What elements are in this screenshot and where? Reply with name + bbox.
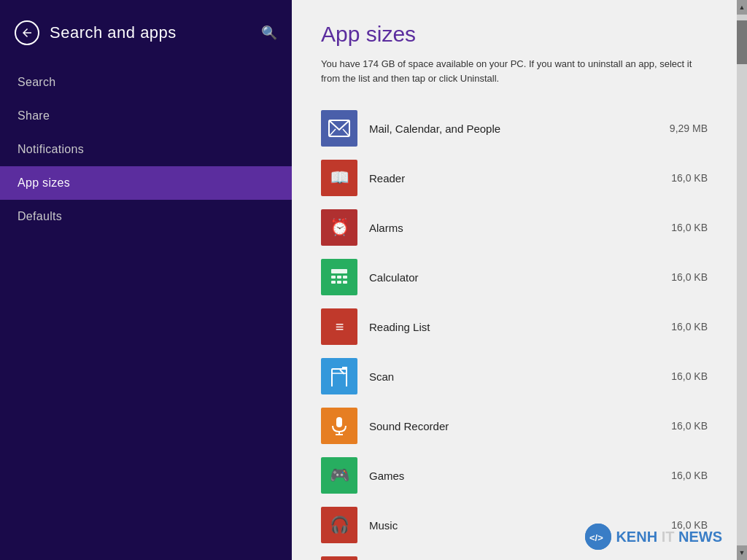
app-icon-reader: 📖 [321, 160, 357, 196]
app-size-scan: 16,0 KB [649, 370, 708, 382]
app-name-sound-recorder: Sound Recorder [369, 420, 638, 432]
app-size-reader: 16,0 KB [649, 172, 708, 184]
app-row-calculator[interactable]: Calculator 16,0 KB [321, 253, 708, 301]
svg-rect-8 [337, 281, 341, 284]
svg-rect-13 [336, 417, 342, 427]
app-size-sound-recorder: 16,0 KB [649, 420, 708, 432]
app-icon-calculator [321, 259, 357, 295]
app-icon-music: 🎧 [321, 507, 357, 543]
scroll-thumb[interactable] [737, 20, 747, 64]
app-size-reading-list: 16,0 KB [649, 321, 708, 332]
app-icon-alarms: ⏰ [321, 209, 357, 246]
app-row-reader[interactable]: 📖 Reader 16,0 KB [321, 154, 708, 202]
search-icon[interactable]: 🔍 [261, 25, 277, 41]
app-icon-video: ▶ [321, 556, 357, 560]
app-row-games[interactable]: 🎮 Games 16,0 KB [321, 451, 708, 499]
svg-rect-4 [331, 276, 336, 279]
app-name-reading-list: Reading List [369, 321, 638, 333]
page-description: You have 174 GB of space available on yo… [321, 57, 700, 85]
watermark-logo: </> [585, 524, 611, 550]
page-title: App sizes [321, 22, 708, 47]
scrollbar[interactable]: ▲ ▼ [737, 0, 747, 560]
app-list: Mail, Calendar, and People 9,29 MB 📖 Rea… [321, 104, 708, 560]
sidebar: Search and apps 🔍 Search Share Notificat… [0, 0, 292, 560]
svg-rect-7 [331, 281, 336, 284]
sidebar-item-share[interactable]: Share [0, 99, 292, 133]
scan-icon [329, 366, 349, 386]
scroll-up-arrow[interactable]: ▲ [737, 0, 747, 15]
back-icon [20, 26, 34, 39]
sidebar-item-defaults[interactable]: Defaults [0, 200, 292, 233]
svg-rect-5 [337, 276, 341, 279]
nav-items: Search Share Notifications App sizes Def… [0, 66, 292, 233]
app-size-alarms: 16,0 KB [649, 222, 708, 233]
sidebar-title: Search and apps [50, 23, 177, 42]
app-icon-reading-list: ≡ [321, 308, 357, 345]
app-icon-mail [321, 110, 357, 147]
app-icon-scan [321, 358, 357, 394]
svg-rect-3 [331, 269, 347, 273]
svg-line-2 [343, 129, 349, 136]
app-size-mail: 9,29 MB [649, 122, 708, 134]
sound-recorder-icon [330, 416, 349, 436]
watermark: </> KENH IT NEWS [585, 524, 722, 550]
app-row-reading-list[interactable]: ≡ Reading List 16,0 KB [321, 303, 708, 351]
watermark-text: KENH IT NEWS [616, 529, 722, 545]
sidebar-item-notifications[interactable]: Notifications [0, 133, 292, 166]
sidebar-header: Search and apps 🔍 [0, 7, 292, 58]
app-row-scan[interactable]: Scan 16,0 KB [321, 352, 708, 400]
app-row-sound-recorder[interactable]: Sound Recorder 16,0 KB [321, 402, 708, 450]
main-content: App sizes You have 174 GB of space avail… [292, 0, 737, 560]
svg-text:</>: </> [589, 532, 603, 543]
svg-rect-10 [332, 369, 347, 386]
app-icon-games: 🎮 [321, 457, 357, 494]
app-size-calculator: 16,0 KB [649, 271, 708, 283]
app-name-reader: Reader [369, 172, 638, 184]
calculator-icon [329, 267, 349, 287]
app-icon-sound-recorder [321, 408, 357, 444]
app-name-games: Games [369, 470, 638, 482]
app-row-mail[interactable]: Mail, Calendar, and People 9,29 MB [321, 104, 708, 152]
back-button[interactable] [15, 20, 39, 45]
app-name-mail: Mail, Calendar, and People [369, 122, 638, 135]
svg-line-1 [329, 129, 336, 136]
app-name-calculator: Calculator [369, 271, 638, 284]
mail-icon [328, 120, 350, 137]
svg-rect-6 [343, 276, 347, 279]
scroll-down-arrow[interactable]: ▼ [737, 545, 747, 560]
svg-rect-9 [343, 281, 347, 284]
sidebar-item-app-sizes[interactable]: App sizes [0, 166, 292, 200]
app-name-alarms: Alarms [369, 222, 638, 234]
app-row-alarms[interactable]: ⏰ Alarms 16,0 KB [321, 203, 708, 252]
app-size-games: 16,0 KB [649, 470, 708, 481]
sidebar-item-search[interactable]: Search [0, 66, 292, 99]
app-name-scan: Scan [369, 370, 638, 383]
app-row-video[interactable]: ▶ Video 16,0 KB [321, 551, 708, 560]
